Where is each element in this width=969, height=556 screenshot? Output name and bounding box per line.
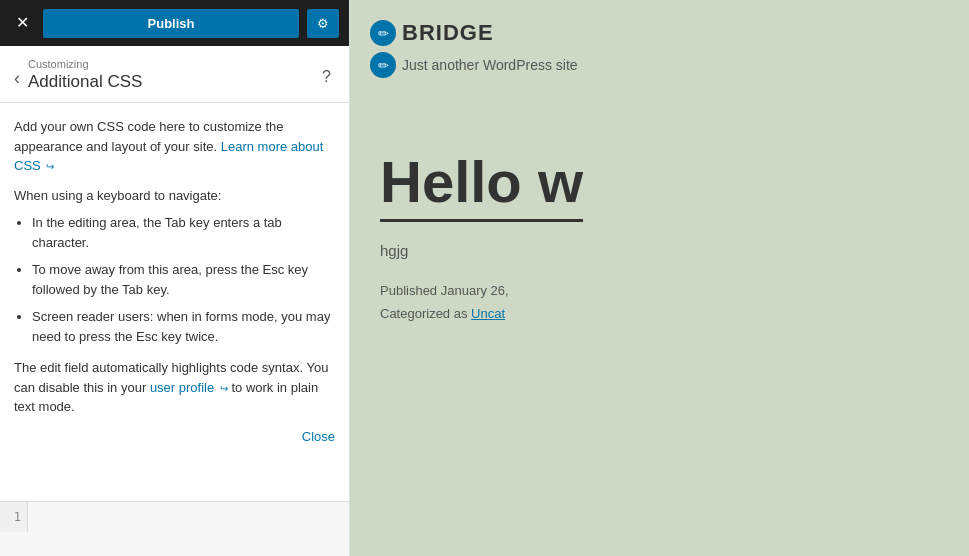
external-link-icon-2: ↪ [220, 383, 228, 394]
tagline-row: ✏ Just another WordPress site [370, 52, 969, 78]
pencil-icon-2: ✏ [378, 58, 389, 73]
hello-title: Hello w [380, 148, 583, 222]
tagline: Just another WordPress site [402, 57, 578, 73]
list-item: Screen reader users: when in forms mode,… [32, 307, 335, 346]
list-item: In the editing area, the Tab key enters … [32, 213, 335, 252]
close-link[interactable]: Close [302, 429, 335, 444]
published-date: Published January 26, [380, 279, 939, 302]
left-panel: ✕ Publish ⚙ ‹ Customizing Additional CSS… [0, 0, 350, 556]
post-meta: Published January 26, Categorized as Unc… [380, 279, 939, 326]
site-logo-1: ✏ [370, 20, 396, 46]
site-name: BRIDGE [402, 20, 494, 46]
help-button[interactable]: ? [318, 64, 335, 90]
categorized-row: Categorized as Uncat [380, 302, 939, 325]
customizing-header: ‹ Customizing Additional CSS ? [0, 46, 349, 103]
site-title-row: ✏ BRIDGE [370, 20, 969, 46]
customizing-label: Customizing [28, 58, 318, 70]
section-title: Additional CSS [28, 72, 142, 91]
close-button[interactable]: ✕ [10, 11, 35, 35]
line-number: 1 [0, 502, 28, 532]
external-link-icon: ↪ [46, 161, 54, 172]
close-link-row: Close [14, 427, 335, 447]
list-item: To move away from this area, press the E… [32, 260, 335, 299]
publish-button[interactable]: Publish [43, 9, 299, 38]
description-text: Add your own CSS code here to customize … [14, 117, 335, 176]
site-header: ✏ BRIDGE ✏ Just another WordPress site [350, 0, 969, 88]
content-area: Add your own CSS code here to customize … [0, 103, 349, 501]
gear-button[interactable]: ⚙ [307, 9, 339, 38]
category-link[interactable]: Uncat [471, 306, 505, 321]
back-button[interactable]: ‹ [14, 68, 28, 89]
top-bar: ✕ Publish ⚙ [0, 0, 349, 46]
site-logo-2: ✏ [370, 52, 396, 78]
css-input[interactable] [28, 502, 349, 556]
right-preview: ✏ BRIDGE ✏ Just another WordPress site H… [350, 0, 969, 556]
header-text: Customizing Additional CSS [28, 58, 318, 92]
bullet-list: In the editing area, the Tab key enters … [32, 213, 335, 346]
post-content: hgjg [380, 242, 939, 259]
user-profile-link[interactable]: user profile ↪ [150, 380, 228, 395]
edit-field-note: The edit field automatically highlights … [14, 358, 335, 417]
pencil-icon: ✏ [378, 26, 389, 41]
hello-section: Hello w hgjg Published January 26, Categ… [350, 88, 969, 346]
css-editor-row: 1 [0, 501, 349, 556]
keyboard-nav-intro: When using a keyboard to navigate: [14, 186, 335, 206]
